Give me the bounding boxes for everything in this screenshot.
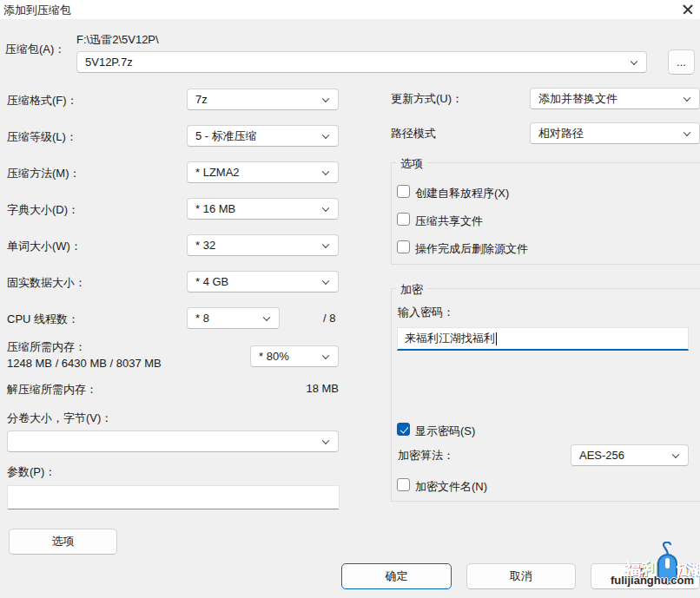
text-caret — [496, 332, 497, 345]
encryption-method-combobox[interactable]: AES-256 — [571, 444, 689, 466]
options-button[interactable]: 选项 — [9, 529, 117, 555]
archive-name-combobox[interactable]: 5V12P.7z — [76, 51, 647, 73]
compression-format-combobox[interactable]: 7z — [187, 89, 339, 110]
close-icon[interactable] — [679, 1, 697, 18]
chevron-down-icon — [322, 437, 329, 444]
encryption-method-label: 加密算法： — [398, 448, 454, 463]
format-label: 压缩格式(F)： — [7, 93, 78, 108]
chevron-down-icon — [263, 313, 270, 320]
volume-size-label: 分卷大小，字节(V)： — [7, 411, 112, 426]
chevron-down-icon — [322, 352, 329, 358]
decompress-memory-value: 18 MB — [287, 382, 339, 395]
chevron-down-icon — [322, 95, 329, 102]
checkbox-encrypt-filenames[interactable] — [397, 478, 410, 491]
compression-method-combobox[interactable]: * LZMA2 — [187, 161, 339, 183]
solid-block-size-combobox[interactable]: * 4 GB — [187, 271, 339, 292]
chevron-down-icon — [322, 277, 329, 284]
checkbox-show-password-label[interactable]: 显示密码(S) — [415, 424, 475, 439]
chevron-down-icon — [683, 94, 690, 101]
dictionary-size-combobox[interactable]: * 16 MB — [187, 198, 339, 220]
help-button-partial-label: 帮 — [637, 566, 649, 582]
update-mode-combobox[interactable]: 添加并替换文件 — [530, 88, 700, 109]
password-label: 输入密码： — [398, 305, 454, 320]
memory-usage-combobox[interactable]: * 80% — [250, 345, 339, 367]
cancel-button[interactable]: 取消 — [466, 563, 576, 589]
dictionary-label: 字典大小(D)： — [7, 202, 79, 218]
archive-label: 压缩包(A)： — [5, 42, 65, 57]
checkbox-delete-after[interactable] — [397, 240, 410, 253]
path-mode-combobox[interactable]: 相对路径 — [530, 122, 700, 144]
browse-button[interactable]: ... — [668, 49, 695, 75]
method-label: 压缩方法(M)： — [7, 166, 81, 181]
add-to-archive-dialog: 添加到压缩包 压缩包(A)： F:\迅雷2\5V12P\ 5V12P.7z ..… — [0, 0, 700, 598]
decompress-memory-label: 解压缩所需内存： — [7, 382, 97, 398]
path-mode-label: 路径模式 — [391, 126, 436, 141]
solid-block-label: 固实数据大小： — [7, 275, 86, 291]
ok-button[interactable]: 确定 — [341, 563, 452, 589]
checkbox-delete-after-label[interactable]: 操作完成后删除源文件 — [415, 241, 528, 257]
level-label: 压缩等级(L)： — [7, 129, 77, 145]
checkbox-shared-files[interactable] — [397, 213, 410, 226]
chevron-down-icon — [322, 131, 329, 138]
checkbox-shared-files-label[interactable]: 压缩共享文件 — [415, 214, 483, 229]
volume-size-combobox[interactable] — [7, 430, 339, 452]
memory-usage-label: 压缩所需内存： — [7, 339, 86, 355]
memory-usage-values: 1248 MB / 6430 MB / 8037 MB — [7, 357, 162, 370]
cpu-threads-max: / 8 — [323, 312, 335, 325]
checkbox-encrypt-filenames-label[interactable]: 加密文件名(N) — [415, 479, 487, 495]
checkbox-show-password[interactable] — [397, 423, 410, 436]
chevron-down-icon — [322, 168, 329, 174]
chevron-down-icon — [631, 57, 637, 64]
chevron-down-icon — [322, 240, 329, 247]
password-input[interactable]: 来福利江湖找福利 — [397, 327, 689, 351]
options-group-title: 选项 — [396, 156, 427, 172]
chevron-down-icon — [672, 450, 679, 457]
archive-dir-path: F:\迅雷2\5V12P\ — [76, 32, 159, 48]
cpu-threads-label: CPU 线程数： — [7, 312, 79, 327]
encryption-group-title: 加密 — [396, 282, 427, 298]
parameters-label: 参数(P)： — [7, 464, 56, 480]
chevron-down-icon — [322, 204, 329, 211]
window-title: 添加到压缩包 — [3, 3, 71, 18]
chevron-down-icon — [683, 128, 690, 135]
checkbox-create-sfx[interactable] — [397, 185, 410, 198]
word-size-combobox[interactable]: * 32 — [187, 234, 339, 256]
cpu-threads-combobox[interactable]: * 8 — [187, 307, 280, 329]
update-mode-label: 更新方式(U)： — [391, 91, 463, 107]
word-size-label: 单词大小(W)： — [7, 239, 82, 254]
parameters-input[interactable] — [7, 485, 340, 509]
titlebar: 添加到压缩包 — [0, 0, 700, 19]
compression-level-combobox[interactable]: 5 - 标准压缩 — [187, 125, 339, 147]
checkbox-create-sfx-label[interactable]: 创建自释放程序(X) — [415, 186, 509, 201]
